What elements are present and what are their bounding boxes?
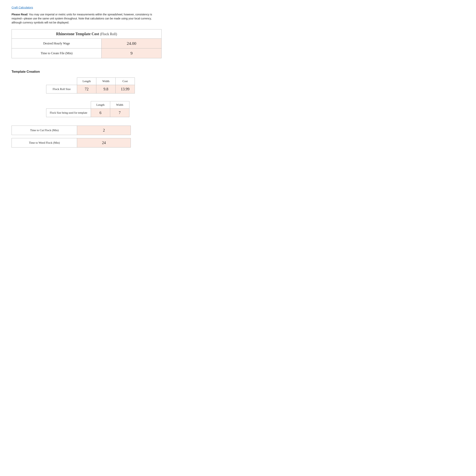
craft-calculators-link[interactable]: Craft Calculators — [12, 6, 33, 9]
template-creation-title: Template Creation — [12, 70, 464, 74]
desired-hourly-wage-row: Desired Hourly Wage 24.00 — [12, 39, 162, 49]
gap-1 — [12, 62, 464, 68]
time-weed-flock-label: Time to Weed Flock (Min) — [12, 138, 77, 148]
rhinestone-template-cost-table: Rhinestone Template Cost (Flock Roll) De… — [12, 29, 162, 58]
please-read-notice: Please Read: You may use imperial or met… — [12, 13, 158, 25]
time-cut-flock-table: Time to Cut Flock (Min) 2 — [12, 126, 131, 135]
flock-roll-length-value[interactable]: 72 — [77, 85, 96, 93]
desired-hourly-wage-label: Desired Hourly Wage — [12, 39, 102, 49]
flock-roll-header-row: Length Width Cost — [46, 78, 135, 85]
flock-roll-table: Length Width Cost Flock Roll Size 72 9.8… — [46, 78, 135, 93]
time-cut-flock-row: Time to Cut Flock (Min) 2 — [12, 126, 131, 135]
please-read-bold: Please Read — [12, 13, 28, 16]
flock-roll-empty-header — [46, 78, 77, 85]
flock-roll-width-value[interactable]: 9.8 — [96, 85, 116, 93]
flock-roll-length-header: Length — [77, 78, 96, 85]
flock-used-length-header: Length — [91, 101, 110, 109]
flock-used-label: Flock Size being used for template — [46, 109, 91, 117]
time-weed-flock-value[interactable]: 24 — [77, 138, 131, 148]
time-weed-flock-row: Time to Weed Flock (Min) 24 — [12, 138, 131, 148]
flock-used-width-value[interactable]: 7 — [110, 109, 129, 117]
time-create-file-row: Time to Create File (Min) 9 — [12, 49, 162, 58]
flock-used-width-header: Width — [110, 101, 129, 109]
time-cut-flock-label: Time to Cut Flock (Min) — [12, 126, 77, 135]
time-cut-flock-value[interactable]: 2 — [77, 126, 131, 135]
time-create-file-label: Time to Create File (Min) — [12, 49, 102, 58]
flock-used-data-row: Flock Size being used for template 6 7 — [46, 109, 129, 117]
flock-roll-data-row: Flock Roll Size 72 9.8 13.99 — [46, 85, 135, 93]
flock-used-header-row: Length Width — [46, 101, 129, 109]
flock-roll-cost-value[interactable]: 13.99 — [116, 85, 135, 93]
desired-hourly-wage-value[interactable]: 24.00 — [102, 39, 162, 49]
gap-3 — [12, 121, 464, 126]
gap-2 — [12, 97, 464, 101]
please-read-text: : You may use imperial or metric units f… — [12, 13, 152, 24]
flock-roll-size-label: Flock Roll Size — [46, 85, 77, 93]
flock-used-table: Length Width Flock Size being used for t… — [46, 101, 129, 117]
time-weed-flock-table: Time to Weed Flock (Min) 24 — [12, 138, 131, 148]
flock-used-length-value[interactable]: 6 — [91, 109, 110, 117]
table-title: Rhinestone Template Cost (Flock Roll) — [12, 29, 162, 39]
table-header-row: Rhinestone Template Cost (Flock Roll) — [12, 29, 162, 39]
time-create-file-value[interactable]: 9 — [102, 49, 162, 58]
flock-used-empty-header — [46, 101, 91, 109]
flock-roll-cost-header: Cost — [116, 78, 135, 85]
flock-roll-width-header: Width — [96, 78, 116, 85]
